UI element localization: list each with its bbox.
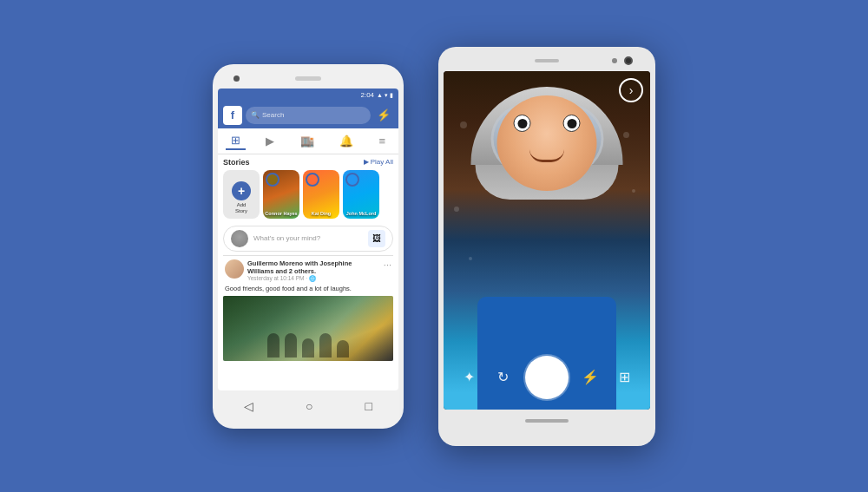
phone1-top xyxy=(218,73,398,85)
facebook-logo: f xyxy=(223,106,242,125)
search-placeholder: Search xyxy=(262,111,284,119)
story-name-kai: Kai Ding xyxy=(305,211,338,216)
post-image xyxy=(223,296,393,361)
post-section: Guillermo Moreno with Josephine Williams… xyxy=(223,255,393,362)
tab-marketplace[interactable]: 🏬 xyxy=(295,133,319,149)
home-button[interactable]: ○ xyxy=(306,399,312,413)
search-icon: 🔍 xyxy=(251,111,260,119)
home-indicator xyxy=(525,419,569,423)
bokeh-3 xyxy=(454,207,459,212)
play-all-button[interactable]: ▶ Play All xyxy=(364,158,393,166)
right-pupil xyxy=(568,119,577,128)
phone2-front-camera xyxy=(624,56,633,65)
phone1-device: 2:04 ▲ ▾ ▮ f 🔍 Search ⚡ xyxy=(213,64,404,429)
tab-home[interactable]: ⊞ xyxy=(226,132,246,150)
post-meta: Guillermo Moreno with Josephine Williams… xyxy=(247,259,380,282)
silhouette-4 xyxy=(319,333,332,358)
status-icons: ▲ ▾ ▮ xyxy=(377,92,393,99)
speaker-icon xyxy=(295,76,321,81)
person-face xyxy=(497,95,597,191)
right-eye xyxy=(563,115,581,132)
phone2-device: › ✦ ↻ ⚡ ⊞ xyxy=(438,47,655,446)
stories-row: + AddStory Connor Hayes Kai Ding xyxy=(223,170,393,219)
wifi-icon: ▾ xyxy=(385,92,388,99)
stories-header: Stories ▶ Play All xyxy=(223,158,393,167)
whats-on-mind-bar[interactable]: What's on your mind? 🖼 xyxy=(223,226,393,252)
phone2-bottom xyxy=(444,413,650,429)
signal-icon: ▲ xyxy=(377,92,383,98)
mind-placeholder: What's on your mind? xyxy=(253,234,363,242)
messenger-icon[interactable]: ⚡ xyxy=(374,106,393,125)
phone2-screen: › ✦ ↻ ⚡ ⊞ xyxy=(444,71,650,410)
left-pupil xyxy=(517,119,527,128)
facebook-navbar: f 🔍 Search ⚡ xyxy=(218,102,398,128)
add-story-label: AddStory xyxy=(235,202,247,214)
fb-logo-text: f xyxy=(231,108,234,121)
photo-button[interactable]: 🖼 xyxy=(368,230,385,247)
silhouette-1 xyxy=(267,333,279,358)
tab-bar: ⊞ ▶ 🏬 🔔 ≡ xyxy=(218,128,398,154)
silhouette-5 xyxy=(337,340,349,358)
story-item-connor[interactable]: Connor Hayes xyxy=(263,170,299,219)
stories-label: Stories xyxy=(223,158,250,167)
messenger-symbol: ⚡ xyxy=(377,108,391,121)
post-author-avatar xyxy=(225,259,244,279)
left-eye xyxy=(513,115,530,132)
stories-section: Stories ▶ Play All + AddStory Connor Hay… xyxy=(218,154,398,222)
silhouette-3 xyxy=(302,338,314,358)
tab-video[interactable]: ▶ xyxy=(260,133,279,149)
post-more-button[interactable]: ··· xyxy=(384,259,391,270)
story-name-john: John McLord xyxy=(345,211,378,216)
story-avatar-connor xyxy=(266,173,279,187)
phones-container: 2:04 ▲ ▾ ▮ f 🔍 Search ⚡ xyxy=(213,47,655,446)
add-story-icon: + xyxy=(232,181,251,200)
post-author: Guillermo Moreno with Josephine Williams… xyxy=(247,259,380,275)
bokeh-1 xyxy=(460,121,467,128)
status-bar: 2:04 ▲ ▾ ▮ xyxy=(218,89,398,102)
phone1-bottom-nav: ◁ ○ □ xyxy=(218,396,398,417)
phone2-speaker xyxy=(535,59,559,62)
user-avatar xyxy=(231,230,248,247)
recents-button[interactable]: □ xyxy=(365,399,372,413)
post-time: Yesterday at 10:14 PM · 🌐 xyxy=(247,275,380,282)
tab-menu[interactable]: ≡ xyxy=(374,133,391,149)
bokeh-4 xyxy=(469,257,472,260)
story-avatar-john xyxy=(345,173,359,187)
story-item-john[interactable]: John McLord xyxy=(343,170,379,219)
add-story-item[interactable]: + AddStory xyxy=(223,170,260,219)
back-button[interactable]: ◁ xyxy=(244,399,253,413)
silhouette-2 xyxy=(285,333,297,358)
tab-notifications[interactable]: 🔔 xyxy=(334,133,358,149)
post-header: Guillermo Moreno with Josephine Williams… xyxy=(223,259,393,282)
person-shirt xyxy=(477,297,616,410)
story-avatar-kai xyxy=(306,173,319,187)
search-bar[interactable]: 🔍 Search xyxy=(246,107,371,124)
bokeh-5 xyxy=(623,132,629,138)
people-silhouettes xyxy=(223,326,393,361)
story-name-connor: Connor Hayes xyxy=(265,211,298,216)
phone2-flash-icon xyxy=(612,58,617,63)
person-eyes xyxy=(497,115,597,132)
story-item-kai[interactable]: Kai Ding xyxy=(303,170,339,219)
post-content: Good friends, good food and a lot of lau… xyxy=(223,285,393,297)
photo-icon: 🖼 xyxy=(372,233,381,243)
battery-icon: ▮ xyxy=(390,92,393,99)
front-camera-icon xyxy=(233,75,240,82)
phone1-screen: 2:04 ▲ ▾ ▮ f 🔍 Search ⚡ xyxy=(218,89,398,390)
phone2-top xyxy=(444,54,650,68)
status-time: 2:04 xyxy=(360,91,374,99)
